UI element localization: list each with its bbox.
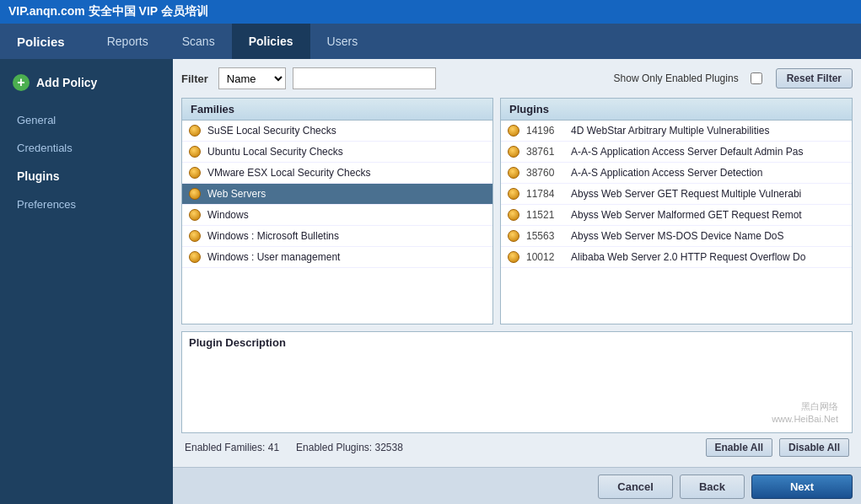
status-bullet bbox=[508, 230, 519, 242]
cancel-button[interactable]: Cancel bbox=[598, 475, 673, 499]
list-item[interactable]: Windows bbox=[182, 205, 492, 226]
watermark-line2: www.HeiBai.Net bbox=[772, 413, 838, 425]
families-header: Families bbox=[182, 99, 492, 121]
tab-scans[interactable]: Scans bbox=[165, 24, 232, 59]
plugin-name: Alibaba Web Server 2.0 HTTP Request Over… bbox=[571, 251, 805, 263]
add-policy-label: Add Policy bbox=[36, 76, 97, 89]
stats-row: Enabled Families: 41 Enabled Plugins: 32… bbox=[181, 433, 853, 458]
status-bullet bbox=[189, 230, 201, 242]
list-item[interactable]: 15563 Abyss Web Server MS-DOS Device Nam… bbox=[501, 226, 852, 247]
description-panel: Plugin Description 黑白网络 www.HeiBai.Net bbox=[181, 331, 853, 433]
list-item[interactable]: 11784 Abyss Web Server GET Request Multi… bbox=[501, 184, 852, 205]
status-bullet bbox=[189, 167, 201, 179]
list-item[interactable]: 11521 Abyss Web Server Malformed GET Req… bbox=[501, 205, 852, 226]
plugin-name: A-A-S Application Access Server Detectio… bbox=[571, 167, 762, 179]
description-header: Plugin Description bbox=[189, 336, 845, 349]
main-layout: + Add Policy General Credentials Plugins… bbox=[0, 59, 861, 504]
tab-reports[interactable]: Reports bbox=[90, 24, 165, 59]
plugin-name: Abyss Web Server GET Request Multiple Vu… bbox=[571, 188, 801, 200]
plugin-name: A-A-S Application Access Server Default … bbox=[571, 146, 803, 158]
list-item[interactable]: Ubuntu Local Security Checks bbox=[182, 142, 492, 163]
add-policy-button[interactable]: + Add Policy bbox=[0, 67, 173, 98]
list-item[interactable]: SuSE Local Security Checks bbox=[182, 121, 492, 142]
plugins-list[interactable]: 14196 4D WebStar Arbitrary Multiple Vuln… bbox=[501, 121, 852, 324]
sidebar-item-credentials[interactable]: Credentials bbox=[0, 134, 173, 162]
status-bullet bbox=[189, 209, 201, 221]
plugin-name: Abyss Web Server MS-DOS Device Name DoS bbox=[571, 230, 784, 242]
plugin-id: 10012 bbox=[526, 251, 564, 263]
bottom-buttons: Cancel Back Next bbox=[173, 467, 861, 504]
nav-bar: Policies Reports Scans Policies Users bbox=[0, 24, 861, 59]
stats-buttons: Enable All Disable All bbox=[706, 438, 850, 457]
add-policy-icon: + bbox=[13, 74, 30, 91]
enabled-plugins-label: Enabled Plugins: 32538 bbox=[296, 442, 403, 453]
reset-filter-button[interactable]: Reset Filter bbox=[776, 68, 853, 88]
status-bullet bbox=[189, 251, 201, 263]
brand-label: Policies bbox=[8, 28, 73, 56]
list-item[interactable]: 10012 Alibaba Web Server 2.0 HTTP Reques… bbox=[501, 247, 852, 268]
watermark-line1: 黑白网络 bbox=[772, 400, 838, 412]
family-label: Windows : User management bbox=[207, 251, 340, 263]
family-label: Windows : Microsoft Bulletins bbox=[207, 230, 339, 242]
status-bullet bbox=[508, 209, 519, 221]
family-label: Web Servers bbox=[207, 188, 266, 200]
families-list[interactable]: SuSE Local Security Checks Ubuntu Local … bbox=[182, 121, 492, 324]
plugin-id: 14196 bbox=[526, 125, 564, 137]
sidebar-menu: General Credentials Plugins Preferences bbox=[0, 106, 173, 218]
sidebar: + Add Policy General Credentials Plugins… bbox=[0, 59, 173, 504]
list-item[interactable]: 14196 4D WebStar Arbitrary Multiple Vuln… bbox=[501, 121, 852, 142]
plugin-name: 4D WebStar Arbitrary Multiple Vulnerabil… bbox=[571, 125, 769, 137]
list-item[interactable]: Windows : User management bbox=[182, 247, 492, 268]
families-panel: Families SuSE Local Security Checks Ubun… bbox=[181, 98, 493, 324]
content-area: Filter Name ID Family Show Only Enabled … bbox=[173, 59, 861, 467]
family-label: SuSE Local Security Checks bbox=[207, 125, 336, 137]
top-bar: VIP.anqn.com 安全中国 VIP 会员培训 bbox=[0, 0, 861, 24]
filter-label: Filter bbox=[181, 72, 208, 85]
plugin-id: 15563 bbox=[526, 230, 564, 242]
show-only-checkbox[interactable] bbox=[751, 72, 762, 84]
watermark: 黑白网络 www.HeiBai.Net bbox=[772, 400, 838, 425]
plugin-id: 38761 bbox=[526, 146, 564, 158]
tab-policies[interactable]: Policies bbox=[232, 24, 310, 59]
list-item[interactable]: 38760 A-A-S Application Access Server De… bbox=[501, 163, 852, 184]
plugin-id: 38760 bbox=[526, 167, 564, 179]
next-button[interactable]: Next bbox=[751, 475, 853, 499]
list-item[interactable]: 38761 A-A-S Application Access Server De… bbox=[501, 142, 852, 163]
top-bar-title: VIP.anqn.com 安全中国 VIP 会员培训 bbox=[8, 4, 208, 19]
back-button[interactable]: Back bbox=[680, 475, 745, 499]
status-bullet bbox=[508, 188, 519, 200]
status-bullet bbox=[189, 125, 201, 137]
filter-row: Filter Name ID Family Show Only Enabled … bbox=[181, 67, 853, 89]
status-bullet bbox=[508, 251, 519, 263]
enabled-families-label: Enabled Families: 41 bbox=[185, 442, 279, 453]
plugins-panel: Plugins 14196 4D WebStar Arbitrary Multi… bbox=[500, 98, 853, 324]
sidebar-item-general[interactable]: General bbox=[0, 106, 173, 134]
status-bullet bbox=[189, 188, 201, 200]
show-only-label: Show Only Enabled Plugins bbox=[614, 72, 739, 84]
stats-left: Enabled Families: 41 Enabled Plugins: 32… bbox=[185, 442, 403, 453]
status-bullet bbox=[508, 125, 519, 137]
filter-select[interactable]: Name ID Family bbox=[218, 67, 286, 89]
enable-all-button[interactable]: Enable All bbox=[706, 438, 773, 457]
status-bullet bbox=[189, 146, 201, 158]
plugins-header: Plugins bbox=[501, 99, 852, 121]
tab-users[interactable]: Users bbox=[310, 24, 375, 59]
filter-input[interactable] bbox=[293, 67, 436, 89]
list-item[interactable]: Web Servers bbox=[182, 184, 492, 205]
description-content: 黑白网络 www.HeiBai.Net bbox=[189, 352, 845, 428]
sidebar-item-plugins[interactable]: Plugins bbox=[0, 162, 173, 190]
family-label: Ubuntu Local Security Checks bbox=[207, 146, 343, 158]
content-wrapper: Filter Name ID Family Show Only Enabled … bbox=[173, 59, 861, 504]
plugin-id: 11784 bbox=[526, 188, 564, 200]
family-label: Windows bbox=[207, 209, 249, 221]
plugin-id: 11521 bbox=[526, 209, 564, 221]
plugin-name: Abyss Web Server Malformed GET Request R… bbox=[571, 209, 802, 221]
family-label: VMware ESX Local Security Checks bbox=[207, 167, 370, 179]
list-item[interactable]: Windows : Microsoft Bulletins bbox=[182, 226, 492, 247]
tables-area: Families SuSE Local Security Checks Ubun… bbox=[181, 98, 853, 324]
sidebar-item-preferences[interactable]: Preferences bbox=[0, 190, 173, 218]
list-item[interactable]: VMware ESX Local Security Checks bbox=[182, 163, 492, 184]
status-bullet bbox=[508, 146, 519, 158]
disable-all-button[interactable]: Disable All bbox=[779, 438, 849, 457]
status-bullet bbox=[508, 167, 519, 179]
